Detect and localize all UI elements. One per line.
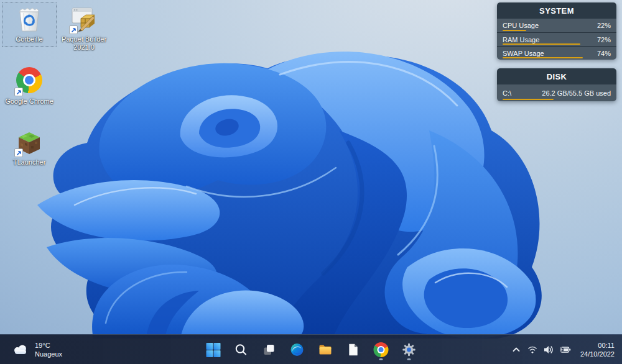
cpu-usage-bar: [503, 30, 526, 31]
widget-title: DISK: [497, 68, 616, 84]
disk-monitor-widget: DISK C:\ 26.2 GB/55.5 GB used: [497, 68, 616, 101]
system-monitor-widget: SYSTEM CPU Usage 22% RAM Usage 72% SWAP …: [497, 2, 616, 60]
desktop-icon-label: Google Chrome: [4, 98, 55, 106]
task-view-button[interactable]: [257, 337, 282, 362]
weather-condition: Nuageux: [35, 350, 62, 358]
edge-button[interactable]: [285, 337, 310, 362]
ram-usage-bar: [503, 43, 580, 45]
swap-usage-label: SWAP Usage: [503, 50, 544, 57]
ram-usage-label: RAM Usage: [503, 36, 539, 43]
cloud-icon: [11, 344, 30, 356]
libreoffice-document-icon: [346, 342, 361, 357]
file-explorer-icon: [318, 342, 333, 357]
taskbar: 19°C Nuageux: [0, 334, 622, 364]
clock-date: 24/10/2022: [580, 350, 615, 358]
swap-usage-value: 74%: [597, 50, 611, 57]
battery-button[interactable]: [557, 337, 573, 362]
wifi-button[interactable]: [524, 337, 541, 362]
disk-c-row: C:\ 26.2 GB/55.5 GB used: [497, 84, 616, 101]
chrome-button[interactable]: [369, 337, 394, 362]
desktop: Corbeille Paquet Builder 2021.0: [0, 0, 622, 364]
shortcut-arrow-icon: [14, 148, 23, 157]
ram-usage-value: 72%: [597, 36, 611, 43]
task-view-icon: [262, 342, 277, 357]
cpu-usage-label: CPU Usage: [503, 22, 539, 29]
desktop-icon-google-chrome[interactable]: Google Chrome: [2, 63, 57, 109]
desktop-icon-paquet-builder[interactable]: Paquet Builder 2021.0: [57, 2, 111, 55]
volume-button[interactable]: [541, 337, 557, 362]
volume-icon: [542, 344, 555, 356]
desktop-icon-tlauncher[interactable]: TLauncher: [2, 125, 57, 170]
weather-widget-button[interactable]: 19°C Nuageux: [6, 335, 67, 364]
system-tray: 00:11 24/10/2022: [508, 335, 617, 364]
cpu-usage-value: 22%: [597, 22, 611, 29]
taskbar-center-apps: [201, 337, 422, 362]
ram-usage-row: RAM Usage 72%: [497, 32, 616, 46]
search-icon: [234, 342, 249, 357]
disk-c-label: C:\: [503, 89, 511, 97]
desktop-icon-label: Paquet Builder 2021.0: [58, 35, 109, 52]
windows-logo-icon: [206, 343, 220, 357]
search-button[interactable]: [229, 337, 254, 362]
wifi-icon: [526, 344, 539, 356]
desktop-icon-label: Corbeille: [4, 35, 55, 43]
recycle-bin-icon: [15, 5, 44, 34]
desktop-icon-recycle-bin[interactable]: Corbeille: [2, 2, 57, 47]
swap-usage-row: SWAP Usage 74%: [497, 46, 616, 60]
swap-usage-bar: [503, 57, 583, 58]
running-indicator: [379, 358, 383, 360]
widget-title: SYSTEM: [497, 2, 616, 19]
start-button[interactable]: [201, 337, 226, 362]
clock-time: 00:11: [580, 341, 615, 350]
running-indicator: [407, 358, 411, 360]
desktop-icon-label: TLauncher: [4, 158, 55, 166]
settings-gear-icon: [402, 342, 417, 357]
weather-temperature: 19°C: [35, 341, 62, 350]
hidden-icons-button[interactable]: [508, 337, 524, 362]
settings-button[interactable]: [397, 337, 422, 362]
edge-icon: [290, 342, 305, 357]
chevron-up-icon: [510, 344, 522, 356]
disk-c-bar: [503, 99, 554, 100]
chrome-icon: [374, 342, 389, 357]
file-explorer-button[interactable]: [313, 337, 338, 362]
battery-charging-icon: [558, 344, 572, 356]
cpu-usage-row: CPU Usage 22%: [497, 19, 616, 32]
shortcut-arrow-icon: [69, 25, 78, 34]
libreoffice-button[interactable]: [341, 337, 366, 362]
shortcut-arrow-icon: [14, 88, 23, 96]
disk-c-value: 26.2 GB/55.5 GB used: [542, 89, 611, 97]
clock[interactable]: 00:11 24/10/2022: [578, 340, 617, 360]
